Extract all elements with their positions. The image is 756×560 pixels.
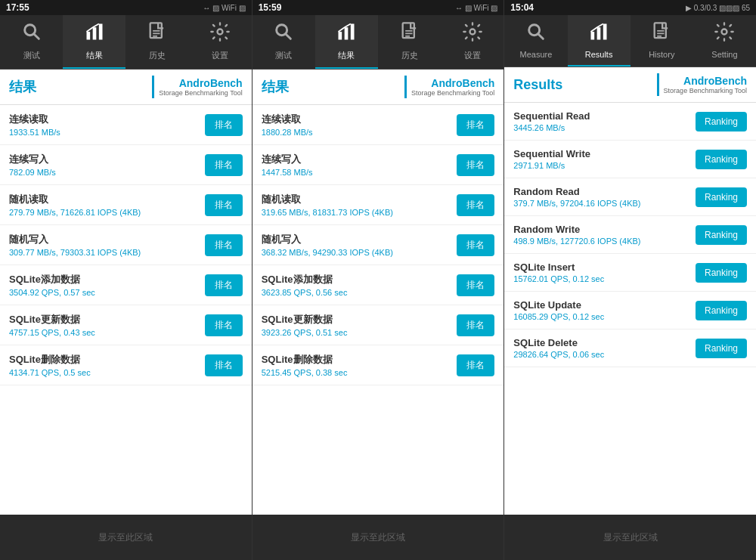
nav-item-results[interactable]: 结果 [315, 15, 378, 69]
content-header: ResultsAndroBenchStorage Benchmarking To… [504, 67, 756, 103]
benchmark-value: 2971.91 MB/s [513, 161, 696, 170]
benchmark-name: 随机读取 [262, 193, 457, 206]
svg-rect-22 [591, 32, 595, 40]
benchmark-info: 随机读取319.65 MB/s, 81831.73 IOPS (4KB) [262, 193, 457, 217]
benchmark-value: 498.9 MB/s, 127720.6 IOPS (4KB) [513, 237, 696, 246]
benchmark-info: SQLite更新数据4757.15 QPS, 0.43 sec [9, 313, 205, 337]
logo-bar [657, 73, 659, 96]
nav-item-label: 测试 [23, 50, 40, 61]
page-title: 结果 [262, 78, 289, 96]
benchmark-info: SQLite Insert15762.01 QPS, 0.12 sec [513, 261, 696, 283]
benchmark-row: 连续读取1880.28 MB/s排名 [253, 105, 504, 145]
ranking-button[interactable]: 排名 [205, 194, 243, 216]
ranking-button[interactable]: 排名 [205, 354, 243, 376]
ranking-button[interactable]: 排名 [457, 274, 494, 296]
nav-item-label: 设置 [212, 50, 228, 61]
benchmark-name: SQLite删除数据 [9, 353, 205, 367]
benchmark-list: Sequential Read3445.26 MB/sRankingSequen… [504, 103, 756, 367]
ranking-button[interactable]: 排名 [457, 154, 494, 176]
nav-item-label: Measure [520, 50, 553, 59]
gear-icon [714, 21, 735, 47]
benchmark-row: SQLite添加数据3623.85 QPS, 0.56 sec排名 [253, 265, 504, 305]
benchmark-value: 3504.92 QPS, 0.57 sec [9, 288, 205, 297]
ranking-button[interactable]: 排名 [457, 314, 494, 336]
svg-rect-4 [99, 24, 103, 40]
svg-rect-13 [345, 27, 349, 39]
androbench-logo: AndroBenchStorage Benchmarking Tool [404, 76, 494, 98]
ranking-button[interactable]: 排名 [457, 354, 494, 376]
search-icon [525, 21, 547, 47]
status-icons: ↔ ▨ WiFi ▨ [203, 4, 245, 12]
page-title: Results [513, 77, 562, 93]
ranking-button[interactable]: 排名 [205, 234, 243, 256]
footer-area: 显示至此区域 [0, 515, 252, 560]
nav-item-label: 设置 [464, 50, 481, 61]
benchmark-row: 连续读取1933.51 MB/s排名 [0, 105, 252, 145]
ranking-button[interactable]: 排名 [205, 154, 243, 176]
benchmark-info: 连续读取1933.51 MB/s [9, 113, 205, 137]
benchmark-name: SQLite添加数据 [9, 273, 205, 286]
benchmark-row: SQLite Delete29826.64 QPS, 0.06 secRanki… [504, 330, 756, 367]
status-icons: ▶ 0.3/0.3 ▨▨▨ 65 [686, 4, 750, 12]
nav-item-test[interactable]: 测试 [253, 15, 315, 69]
ranking-button[interactable]: 排名 [457, 114, 494, 136]
chart-icon [84, 21, 105, 47]
benchmark-row: Sequential Write2971.91 MB/sRanking [504, 141, 756, 178]
nav-item-test[interactable]: 测试 [0, 15, 63, 69]
benchmark-info: SQLite Update16085.29 QPS, 0.12 sec [513, 299, 696, 321]
benchmark-row: 随机读取279.79 MB/s, 71626.81 IOPS (4KB)排名 [0, 185, 252, 225]
screen-screen3: 15:04▶ 0.3/0.3 ▨▨▨ 65MeasureResultsHisto… [504, 0, 756, 560]
screens-container: 17:55↔ ▨ WiFi ▨测试结果历史设置结果AndroBenchStora… [0, 0, 756, 560]
androbench-logo: AndroBenchStorage Benchmarking Tool [657, 73, 747, 96]
ranking-button[interactable]: 排名 [205, 314, 243, 336]
nav-item-label: 结果 [86, 50, 103, 61]
nav-item-history[interactable]: History [631, 15, 693, 67]
benchmark-info: SQLite删除数据4134.71 QPS, 0.5 sec [9, 353, 205, 377]
nav-item-history[interactable]: 历史 [378, 15, 441, 69]
nav-item-results[interactable]: 结果 [63, 15, 125, 69]
ranking-button[interactable]: 排名 [205, 114, 243, 136]
content-header: 结果AndroBenchStorage Benchmarking Tool [0, 70, 252, 105]
benchmark-name: SQLite Delete [513, 337, 696, 348]
content-area: ResultsAndroBenchStorage Benchmarking To… [504, 67, 756, 515]
benchmark-value: 379.7 MB/s, 97204.16 IOPS (4KB) [513, 199, 696, 208]
benchmark-name: SQLite Insert [513, 261, 696, 273]
ranking-button[interactable]: Ranking [696, 187, 747, 207]
benchmark-name: 随机写入 [9, 233, 205, 246]
ranking-button[interactable]: 排名 [457, 234, 494, 256]
nav-item-history[interactable]: 历史 [125, 15, 188, 69]
nav-item-settings[interactable]: 设置 [441, 15, 503, 69]
svg-point-9 [218, 29, 223, 35]
benchmark-row: SQLite添加数据3504.92 QPS, 0.57 sec排名 [0, 265, 252, 305]
benchmark-info: Sequential Read3445.26 MB/s [513, 110, 696, 132]
nav-item-settings[interactable]: 设置 [189, 15, 252, 69]
nav-item-results[interactable]: Results [568, 15, 631, 67]
logo-bar [152, 76, 154, 98]
benchmark-info: Sequential Write2971.91 MB/s [513, 148, 696, 170]
benchmark-row: SQLite Update16085.29 QPS, 0.12 secRanki… [504, 292, 756, 330]
ranking-button[interactable]: 排名 [457, 194, 494, 216]
benchmark-name: 随机读取 [9, 193, 205, 206]
ranking-button[interactable]: Ranking [696, 301, 747, 320]
content-area: 结果AndroBenchStorage Benchmarking Tool连续读… [253, 70, 504, 515]
content-header: 结果AndroBenchStorage Benchmarking Tool [253, 70, 504, 105]
chart-icon [336, 21, 357, 47]
ranking-button[interactable]: Ranking [696, 150, 747, 169]
ranking-button[interactable]: 排名 [205, 274, 243, 296]
ranking-button[interactable]: Ranking [696, 112, 747, 131]
benchmark-name: 随机写入 [262, 233, 457, 246]
ranking-button[interactable]: Ranking [696, 225, 747, 245]
nav-item-label: 结果 [338, 50, 355, 61]
benchmark-list: 连续读取1933.51 MB/s排名连续写入782.09 MB/s排名随机读取2… [0, 105, 252, 385]
logo-text-block: AndroBenchStorage Benchmarking Tool [664, 75, 747, 94]
status-time: 15:59 [259, 2, 282, 13]
benchmark-row: SQLite Insert15762.01 QPS, 0.12 secRanki… [504, 254, 756, 292]
ranking-button[interactable]: Ranking [696, 339, 747, 358]
footer-text: 显示至此区域 [351, 531, 405, 544]
svg-rect-23 [597, 27, 601, 39]
nav-item-measure[interactable]: Measure [504, 15, 567, 67]
nav-item-settings[interactable]: Setting [693, 15, 756, 67]
benchmark-value: 3445.26 MB/s [513, 123, 696, 132]
footer-text: 显示至此区域 [603, 531, 658, 544]
ranking-button[interactable]: Ranking [696, 263, 747, 283]
